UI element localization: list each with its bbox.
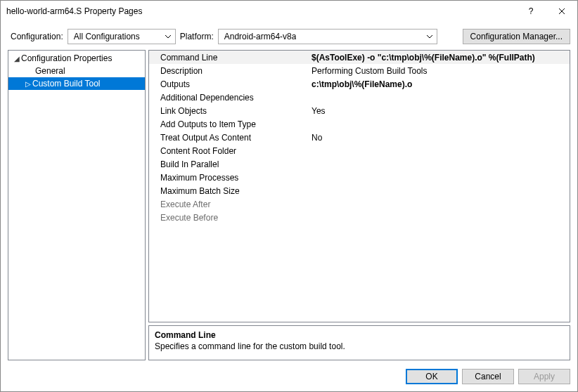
property-label: Add Outputs to Item Type xyxy=(149,119,309,129)
property-row[interactable]: Maximum Processes xyxy=(149,171,570,184)
property-label: Content Root Folder xyxy=(149,146,309,156)
tree-root[interactable]: ◢ Configuration Properties xyxy=(8,52,145,65)
property-row[interactable]: Command Line$(AsToolExe) -o "c:\tmp\obj\… xyxy=(149,51,570,64)
property-value[interactable]: No xyxy=(309,133,570,143)
configuration-dropdown[interactable]: All Configurations xyxy=(68,29,176,44)
property-row[interactable]: DescriptionPerforming Custom Build Tools xyxy=(149,64,570,77)
title-bar: hello-world-arm64.S Property Pages ? xyxy=(1,1,577,22)
chevron-down-icon xyxy=(427,35,432,39)
platform-dropdown[interactable]: Android-arm64-v8a xyxy=(218,29,437,44)
property-row[interactable]: Content Root Folder xyxy=(149,144,570,157)
configuration-manager-button[interactable]: Configuration Manager... xyxy=(463,29,570,44)
platform-label: Platform: xyxy=(180,32,214,41)
property-value[interactable]: Yes xyxy=(309,106,570,116)
tree-root-label: Configuration Properties xyxy=(21,53,112,63)
property-label: Link Objects xyxy=(149,106,309,116)
property-row[interactable]: Execute After xyxy=(149,197,570,211)
property-row[interactable]: Maximum Batch Size xyxy=(149,184,570,197)
description-panel: Command Line Specifies a command line fo… xyxy=(148,325,570,360)
property-row[interactable]: Treat Output As ContentNo xyxy=(149,131,570,144)
category-tree[interactable]: ◢ Configuration Properties General ▷ Cus… xyxy=(8,50,146,360)
collapse-icon: ◢ xyxy=(13,55,21,63)
close-button[interactable] xyxy=(546,1,577,22)
platform-value: Android-arm64-v8a xyxy=(224,32,297,41)
property-value[interactable]: Performing Custom Build Tools xyxy=(309,66,570,76)
description-text: Specifies a command line for the custom … xyxy=(155,341,564,351)
property-row[interactable]: Outputsc:\tmp\obj\%(FileName).o xyxy=(149,77,570,91)
property-value[interactable]: $(AsToolExe) -o "c:\tmp\obj\%(FileName).… xyxy=(309,53,570,63)
tree-item-label: Custom Build Tool xyxy=(32,79,101,89)
property-label: Maximum Batch Size xyxy=(149,186,309,196)
tree-item-general[interactable]: General xyxy=(8,65,145,77)
configuration-label: Configuration: xyxy=(11,32,63,41)
cancel-button[interactable]: Cancel xyxy=(462,369,514,384)
property-value[interactable]: c:\tmp\obj\%(FileName).o xyxy=(309,79,570,89)
property-row[interactable]: Add Outputs to Item Type xyxy=(149,117,570,131)
property-row[interactable]: Build In Parallel xyxy=(149,157,570,171)
property-label: Treat Output As Content xyxy=(149,133,309,143)
property-label: Execute After xyxy=(149,200,309,209)
property-label: Command Line xyxy=(149,53,309,63)
property-row[interactable]: Additional Dependencies xyxy=(149,91,570,104)
config-toolbar: Configuration: All Configurations Platfo… xyxy=(1,22,577,50)
property-label: Description xyxy=(149,66,309,76)
property-label: Additional Dependencies xyxy=(149,93,309,103)
tree-item-label: General xyxy=(35,66,65,76)
property-grid[interactable]: Command Line$(AsToolExe) -o "c:\tmp\obj\… xyxy=(148,50,570,322)
dialog-footer: OK Cancel Apply xyxy=(1,365,577,391)
description-heading: Command Line xyxy=(155,330,564,340)
property-row[interactable]: Link ObjectsYes xyxy=(149,104,570,117)
property-label: Execute Before xyxy=(149,213,309,223)
close-icon xyxy=(558,8,565,15)
expand-icon: ▷ xyxy=(24,80,32,88)
property-row[interactable]: Execute Before xyxy=(149,211,570,224)
property-label: Outputs xyxy=(149,79,309,89)
window-title: hello-world-arm64.S Property Pages xyxy=(6,6,515,16)
help-button[interactable]: ? xyxy=(515,1,546,22)
configuration-value: All Configurations xyxy=(74,32,140,41)
ok-button[interactable]: OK xyxy=(406,369,458,384)
tree-item-custom-build-tool[interactable]: ▷ Custom Build Tool xyxy=(8,77,145,90)
property-label: Maximum Processes xyxy=(149,173,309,183)
apply-button[interactable]: Apply xyxy=(518,369,570,384)
property-label: Build In Parallel xyxy=(149,159,309,169)
chevron-down-icon xyxy=(165,35,171,39)
